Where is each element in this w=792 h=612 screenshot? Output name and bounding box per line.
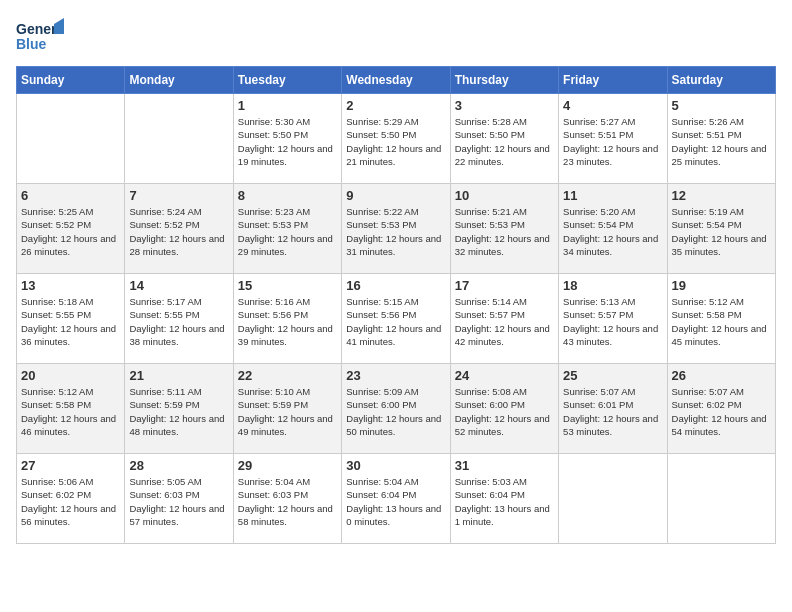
day-cell: 9Sunrise: 5:22 AMSunset: 5:53 PMDaylight… bbox=[342, 184, 450, 274]
day-info: Sunrise: 5:30 AMSunset: 5:50 PMDaylight:… bbox=[238, 115, 337, 168]
column-header-sunday: Sunday bbox=[17, 67, 125, 94]
day-info: Sunrise: 5:13 AMSunset: 5:57 PMDaylight:… bbox=[563, 295, 662, 348]
day-number: 11 bbox=[563, 188, 662, 203]
day-cell: 16Sunrise: 5:15 AMSunset: 5:56 PMDayligh… bbox=[342, 274, 450, 364]
day-cell: 3Sunrise: 5:28 AMSunset: 5:50 PMDaylight… bbox=[450, 94, 558, 184]
column-header-friday: Friday bbox=[559, 67, 667, 94]
day-info: Sunrise: 5:04 AMSunset: 6:04 PMDaylight:… bbox=[346, 475, 445, 528]
calendar-table: SundayMondayTuesdayWednesdayThursdayFrid… bbox=[16, 66, 776, 544]
logo-icon: General Blue bbox=[16, 16, 64, 56]
day-number: 29 bbox=[238, 458, 337, 473]
day-cell bbox=[17, 94, 125, 184]
day-number: 16 bbox=[346, 278, 445, 293]
day-number: 23 bbox=[346, 368, 445, 383]
day-info: Sunrise: 5:26 AMSunset: 5:51 PMDaylight:… bbox=[672, 115, 771, 168]
day-info: Sunrise: 5:19 AMSunset: 5:54 PMDaylight:… bbox=[672, 205, 771, 258]
day-cell: 5Sunrise: 5:26 AMSunset: 5:51 PMDaylight… bbox=[667, 94, 775, 184]
day-cell: 12Sunrise: 5:19 AMSunset: 5:54 PMDayligh… bbox=[667, 184, 775, 274]
day-number: 27 bbox=[21, 458, 120, 473]
header-row: SundayMondayTuesdayWednesdayThursdayFrid… bbox=[17, 67, 776, 94]
day-info: Sunrise: 5:07 AMSunset: 6:01 PMDaylight:… bbox=[563, 385, 662, 438]
day-cell bbox=[667, 454, 775, 544]
day-number: 15 bbox=[238, 278, 337, 293]
day-number: 26 bbox=[672, 368, 771, 383]
day-info: Sunrise: 5:24 AMSunset: 5:52 PMDaylight:… bbox=[129, 205, 228, 258]
day-number: 28 bbox=[129, 458, 228, 473]
day-cell: 27Sunrise: 5:06 AMSunset: 6:02 PMDayligh… bbox=[17, 454, 125, 544]
day-number: 8 bbox=[238, 188, 337, 203]
day-cell: 26Sunrise: 5:07 AMSunset: 6:02 PMDayligh… bbox=[667, 364, 775, 454]
day-cell: 10Sunrise: 5:21 AMSunset: 5:53 PMDayligh… bbox=[450, 184, 558, 274]
day-info: Sunrise: 5:12 AMSunset: 5:58 PMDaylight:… bbox=[21, 385, 120, 438]
day-number: 6 bbox=[21, 188, 120, 203]
day-info: Sunrise: 5:23 AMSunset: 5:53 PMDaylight:… bbox=[238, 205, 337, 258]
day-info: Sunrise: 5:17 AMSunset: 5:55 PMDaylight:… bbox=[129, 295, 228, 348]
day-cell bbox=[125, 94, 233, 184]
day-info: Sunrise: 5:04 AMSunset: 6:03 PMDaylight:… bbox=[238, 475, 337, 528]
day-number: 5 bbox=[672, 98, 771, 113]
day-info: Sunrise: 5:07 AMSunset: 6:02 PMDaylight:… bbox=[672, 385, 771, 438]
day-cell bbox=[559, 454, 667, 544]
day-number: 20 bbox=[21, 368, 120, 383]
day-number: 4 bbox=[563, 98, 662, 113]
day-number: 2 bbox=[346, 98, 445, 113]
day-number: 17 bbox=[455, 278, 554, 293]
day-info: Sunrise: 5:16 AMSunset: 5:56 PMDaylight:… bbox=[238, 295, 337, 348]
svg-text:Blue: Blue bbox=[16, 36, 47, 52]
day-cell: 21Sunrise: 5:11 AMSunset: 5:59 PMDayligh… bbox=[125, 364, 233, 454]
week-row-4: 20Sunrise: 5:12 AMSunset: 5:58 PMDayligh… bbox=[17, 364, 776, 454]
day-info: Sunrise: 5:05 AMSunset: 6:03 PMDaylight:… bbox=[129, 475, 228, 528]
day-info: Sunrise: 5:03 AMSunset: 6:04 PMDaylight:… bbox=[455, 475, 554, 528]
day-cell: 15Sunrise: 5:16 AMSunset: 5:56 PMDayligh… bbox=[233, 274, 341, 364]
day-cell: 7Sunrise: 5:24 AMSunset: 5:52 PMDaylight… bbox=[125, 184, 233, 274]
column-header-thursday: Thursday bbox=[450, 67, 558, 94]
column-header-saturday: Saturday bbox=[667, 67, 775, 94]
day-cell: 4Sunrise: 5:27 AMSunset: 5:51 PMDaylight… bbox=[559, 94, 667, 184]
day-info: Sunrise: 5:27 AMSunset: 5:51 PMDaylight:… bbox=[563, 115, 662, 168]
day-cell: 23Sunrise: 5:09 AMSunset: 6:00 PMDayligh… bbox=[342, 364, 450, 454]
day-cell: 18Sunrise: 5:13 AMSunset: 5:57 PMDayligh… bbox=[559, 274, 667, 364]
day-info: Sunrise: 5:15 AMSunset: 5:56 PMDaylight:… bbox=[346, 295, 445, 348]
week-row-1: 1Sunrise: 5:30 AMSunset: 5:50 PMDaylight… bbox=[17, 94, 776, 184]
logo: General Blue bbox=[16, 16, 68, 56]
day-info: Sunrise: 5:25 AMSunset: 5:52 PMDaylight:… bbox=[21, 205, 120, 258]
day-info: Sunrise: 5:08 AMSunset: 6:00 PMDaylight:… bbox=[455, 385, 554, 438]
day-info: Sunrise: 5:29 AMSunset: 5:50 PMDaylight:… bbox=[346, 115, 445, 168]
day-cell: 14Sunrise: 5:17 AMSunset: 5:55 PMDayligh… bbox=[125, 274, 233, 364]
day-number: 24 bbox=[455, 368, 554, 383]
day-number: 12 bbox=[672, 188, 771, 203]
day-cell: 25Sunrise: 5:07 AMSunset: 6:01 PMDayligh… bbox=[559, 364, 667, 454]
day-cell: 22Sunrise: 5:10 AMSunset: 5:59 PMDayligh… bbox=[233, 364, 341, 454]
day-cell: 24Sunrise: 5:08 AMSunset: 6:00 PMDayligh… bbox=[450, 364, 558, 454]
day-cell: 1Sunrise: 5:30 AMSunset: 5:50 PMDaylight… bbox=[233, 94, 341, 184]
day-cell: 17Sunrise: 5:14 AMSunset: 5:57 PMDayligh… bbox=[450, 274, 558, 364]
week-row-5: 27Sunrise: 5:06 AMSunset: 6:02 PMDayligh… bbox=[17, 454, 776, 544]
day-info: Sunrise: 5:06 AMSunset: 6:02 PMDaylight:… bbox=[21, 475, 120, 528]
day-number: 18 bbox=[563, 278, 662, 293]
day-cell: 28Sunrise: 5:05 AMSunset: 6:03 PMDayligh… bbox=[125, 454, 233, 544]
day-number: 19 bbox=[672, 278, 771, 293]
day-info: Sunrise: 5:14 AMSunset: 5:57 PMDaylight:… bbox=[455, 295, 554, 348]
day-info: Sunrise: 5:21 AMSunset: 5:53 PMDaylight:… bbox=[455, 205, 554, 258]
day-cell: 2Sunrise: 5:29 AMSunset: 5:50 PMDaylight… bbox=[342, 94, 450, 184]
day-cell: 30Sunrise: 5:04 AMSunset: 6:04 PMDayligh… bbox=[342, 454, 450, 544]
day-number: 13 bbox=[21, 278, 120, 293]
day-info: Sunrise: 5:18 AMSunset: 5:55 PMDaylight:… bbox=[21, 295, 120, 348]
day-info: Sunrise: 5:12 AMSunset: 5:58 PMDaylight:… bbox=[672, 295, 771, 348]
day-number: 7 bbox=[129, 188, 228, 203]
day-cell: 13Sunrise: 5:18 AMSunset: 5:55 PMDayligh… bbox=[17, 274, 125, 364]
day-info: Sunrise: 5:10 AMSunset: 5:59 PMDaylight:… bbox=[238, 385, 337, 438]
day-number: 31 bbox=[455, 458, 554, 473]
day-cell: 8Sunrise: 5:23 AMSunset: 5:53 PMDaylight… bbox=[233, 184, 341, 274]
week-row-2: 6Sunrise: 5:25 AMSunset: 5:52 PMDaylight… bbox=[17, 184, 776, 274]
day-cell: 31Sunrise: 5:03 AMSunset: 6:04 PMDayligh… bbox=[450, 454, 558, 544]
day-number: 14 bbox=[129, 278, 228, 293]
day-info: Sunrise: 5:09 AMSunset: 6:00 PMDaylight:… bbox=[346, 385, 445, 438]
day-number: 25 bbox=[563, 368, 662, 383]
day-info: Sunrise: 5:20 AMSunset: 5:54 PMDaylight:… bbox=[563, 205, 662, 258]
day-info: Sunrise: 5:11 AMSunset: 5:59 PMDaylight:… bbox=[129, 385, 228, 438]
day-number: 1 bbox=[238, 98, 337, 113]
day-number: 30 bbox=[346, 458, 445, 473]
day-info: Sunrise: 5:22 AMSunset: 5:53 PMDaylight:… bbox=[346, 205, 445, 258]
day-number: 22 bbox=[238, 368, 337, 383]
